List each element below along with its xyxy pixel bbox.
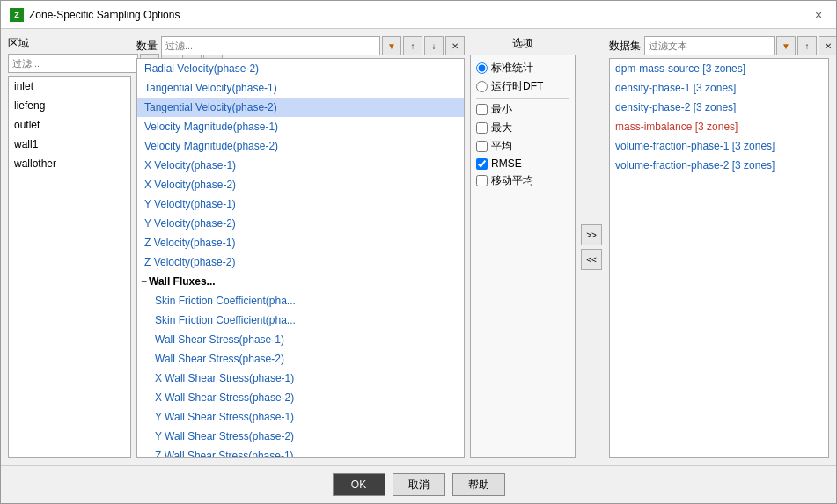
dataset-item[interactable]: volume-fraction-phase-1 [3 zones] (610, 136, 828, 156)
quantity-label: 数量 (136, 39, 158, 54)
checkbox-max-label: 最大 (491, 121, 512, 135)
var-item[interactable]: Velocity Magnitude(phase-2) (137, 136, 464, 156)
checkbox-min-label: 最小 (491, 102, 512, 117)
dialog-title: Zone-Specific Sampling Options (29, 9, 180, 21)
titlebar: Z Zone-Specific Sampling Options × (1, 1, 836, 29)
dialog-zone-specific-sampling: Z Zone-Specific Sampling Options × 区域 ▼ … (0, 0, 837, 504)
dataset-item[interactable]: density-phase-1 [3 zones] (610, 78, 828, 98)
dataset-filter-input[interactable] (644, 36, 775, 55)
var-item[interactable]: Tangential Velocity(phase-1) (137, 78, 464, 98)
var-item[interactable]: Z Velocity(phase-2) (137, 252, 464, 272)
dataset-item[interactable]: volume-fraction-phase-2 [3 zones] (610, 156, 828, 175)
var-item[interactable]: X Wall Shear Stress(phase-1) (137, 369, 464, 388)
radio-runtime-dft: 运行时DFT (476, 79, 569, 94)
qty-filter-orange-btn[interactable]: ▼ (382, 36, 401, 55)
minus-icon: − (141, 274, 147, 289)
var-item[interactable]: Y Wall Shear Stress(phase-1) (137, 407, 464, 427)
dataset-label: 数据集 (609, 39, 641, 54)
var-item[interactable]: X Velocity(phase-2) (137, 175, 464, 194)
radio-runtime-dft-label: 运行时DFT (491, 79, 543, 94)
checkbox-rmse-label: RMSE (491, 157, 522, 170)
quantity-filter-row: 数量 ▼ ↑ ↓ ✕ (136, 36, 465, 55)
radio-standard-stats: 标准统计 (476, 61, 569, 76)
dataset-filter-sort-asc-btn[interactable]: ↑ (797, 36, 817, 55)
var-item[interactable]: Radial Velocity(phase-2) (137, 59, 464, 78)
transfer-panel: >> << (581, 36, 604, 458)
add-to-dataset-button[interactable]: >> (581, 224, 602, 245)
checkbox-avg-input[interactable] (476, 141, 488, 152)
var-item[interactable]: Skin Friction Coefficient(pha... (137, 291, 464, 310)
close-button[interactable]: × (810, 6, 827, 24)
checkbox-min: 最小 (476, 102, 569, 117)
checkbox-rmse: RMSE (476, 157, 569, 170)
zone-panel: 区域 ▼ ↑ ↓ ✕ inlet liefeng outlet wall1 wa… (8, 36, 131, 458)
dataset-item[interactable]: density-phase-2 [3 zones] (610, 98, 828, 117)
qty-filter-clear-btn[interactable]: ✕ (445, 36, 465, 55)
list-item[interactable]: inlet (9, 77, 130, 96)
var-item[interactable]: Y Velocity(phase-1) (137, 194, 464, 214)
var-group-wall-fluxes[interactable]: − Wall Fluxes... (137, 272, 464, 291)
quantity-list: Radial Velocity(phase-2) Tangential Velo… (136, 58, 465, 458)
checkbox-avg: 平均 (476, 139, 569, 154)
cancel-button[interactable]: 取消 (393, 473, 445, 496)
qty-filter-sort-asc-btn[interactable]: ↑ (403, 36, 422, 55)
checkbox-avg-label: 平均 (491, 139, 512, 154)
ok-button[interactable]: OK (333, 473, 385, 496)
var-item[interactable]: Skin Friction Coefficient(pha... (137, 310, 464, 330)
qty-filter-sort-desc-btn[interactable]: ↓ (424, 36, 444, 55)
quantity-filter-input[interactable] (161, 36, 380, 55)
checkbox-moving-avg-input[interactable] (476, 175, 488, 186)
dataset-item[interactable]: dpm-mass-source [3 zones] (610, 59, 828, 78)
options-group: 标准统计 运行时DFT 最小 最大 平均 (470, 55, 576, 458)
dataset-filter-orange-btn[interactable]: ▼ (776, 36, 796, 55)
dataset-filter-row: 数据集 ▼ ↑ ✕ (609, 36, 829, 55)
bottom-bar: OK 取消 帮助 (1, 465, 836, 503)
dataset-item[interactable]: mass-imbalance [3 zones] (610, 117, 828, 136)
var-item[interactable]: Y Velocity(phase-2) (137, 214, 464, 233)
checkbox-max: 最大 (476, 121, 569, 135)
dataset-filter-clear-btn[interactable]: ✕ (819, 36, 836, 55)
main-content: 区域 ▼ ↑ ↓ ✕ inlet liefeng outlet wall1 wa… (1, 29, 836, 465)
radio-standard-stats-input[interactable] (476, 62, 488, 74)
zone-filter-input[interactable] (8, 54, 138, 73)
checkbox-moving-avg: 移动平均 (476, 173, 569, 188)
var-item[interactable]: Z Wall Shear Stress(phase-1) (137, 446, 464, 458)
list-item[interactable]: wallother (9, 154, 130, 173)
zone-label: 区域 (8, 36, 131, 51)
quantity-panel: 数量 ▼ ↑ ↓ ✕ Radial Velocity(phase-2) Tang… (136, 36, 465, 458)
checkbox-moving-avg-label: 移动平均 (491, 173, 533, 188)
var-item[interactable]: Wall Shear Stress(phase-2) (137, 349, 464, 369)
checkbox-rmse-input[interactable] (476, 158, 488, 170)
var-item[interactable]: Velocity Magnitude(phase-1) (137, 117, 464, 136)
dataset-panel: 数据集 ▼ ↑ ✕ dpm-mass-source [3 zones] dens… (609, 36, 829, 458)
list-item[interactable]: wall1 (9, 135, 130, 154)
help-button[interactable]: 帮助 (452, 473, 505, 496)
app-icon: Z (10, 8, 24, 22)
radio-runtime-dft-input[interactable] (476, 81, 488, 92)
var-item[interactable]: Z Velocity(phase-1) (137, 233, 464, 252)
checkbox-min-input[interactable] (476, 104, 488, 115)
checkbox-max-input[interactable] (476, 122, 488, 134)
titlebar-left: Z Zone-Specific Sampling Options (10, 8, 180, 22)
options-panel: 选项 标准统计 运行时DFT 最小 最大 (470, 36, 576, 458)
var-item[interactable]: Tangential Velocity(phase-2) (137, 98, 464, 117)
remove-from-dataset-button[interactable]: << (581, 249, 602, 270)
var-item[interactable]: Wall Shear Stress(phase-1) (137, 330, 464, 349)
var-item[interactable]: X Wall Shear Stress(phase-2) (137, 388, 464, 407)
list-item[interactable]: liefeng (9, 96, 130, 115)
zone-list: inlet liefeng outlet wall1 wallother (8, 76, 131, 458)
dataset-list: dpm-mass-source [3 zones] density-phase-… (609, 58, 829, 458)
list-item[interactable]: outlet (9, 115, 130, 135)
var-item[interactable]: Y Wall Shear Stress(phase-2) (137, 427, 464, 446)
zone-filter-row: ▼ ↑ ↓ ✕ (8, 54, 131, 73)
options-title: 选项 (470, 36, 576, 51)
var-item[interactable]: X Velocity(phase-1) (137, 156, 464, 175)
radio-standard-stats-label: 标准统计 (491, 61, 533, 76)
